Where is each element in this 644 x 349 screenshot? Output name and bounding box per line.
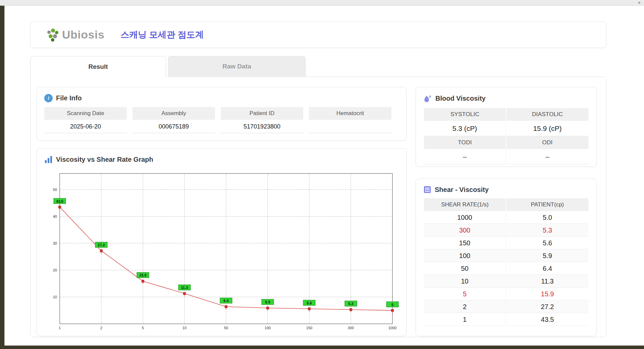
blood-viscosity-value-row: – – xyxy=(424,149,588,164)
svg-text:11.3: 11.3 xyxy=(181,286,188,290)
shear-table-row: 100 5.9 xyxy=(424,249,588,262)
field-label: Patient ID xyxy=(221,107,303,120)
svg-text:50: 50 xyxy=(53,188,57,192)
graph-title: Viscosity vs Shear Rate Graph xyxy=(56,156,153,163)
blood-viscosity-table: SYSTOLIC DIASTOLIC 5.3 (cP) 15.9 (cP) TO… xyxy=(424,108,588,164)
file-info-fields: Scanning Date 2025-06-20 Assembly 000675… xyxy=(37,102,406,133)
field-value: 2025-06-20 xyxy=(44,120,127,133)
shear-table-row: 50 6.4 xyxy=(424,262,588,275)
file-info-field-patient-id: Patient ID 51701923800 xyxy=(221,107,303,133)
svg-text:5: 5 xyxy=(142,326,144,330)
tab-result[interactable]: Result xyxy=(30,56,166,77)
shear-table-row: 1000 5.0 xyxy=(424,211,588,224)
patient-viscosity-cell: 6.4 xyxy=(506,262,588,275)
svg-text:2: 2 xyxy=(100,326,102,330)
svg-text:15.9: 15.9 xyxy=(139,273,146,277)
header-card: Ubiosis 스캐닝 모세관 점도계 xyxy=(30,21,606,48)
patient-viscosity-cell: 43.5 xyxy=(506,313,588,326)
shear-table-row: 5 15.9 xyxy=(424,288,588,300)
shear-rate-cell: 100 xyxy=(424,249,506,262)
shear-rate-cell: 150 xyxy=(424,237,506,249)
bv-value-cell: 5.3 (cP) xyxy=(424,121,506,136)
field-label: Scanning Date xyxy=(44,107,127,120)
svg-text:5.6: 5.6 xyxy=(307,301,312,305)
shear-rate-column-header: SHEAR RATE(1/s) xyxy=(424,198,506,211)
shear-viscosity-table: SHEAR RATE(1/s) PATIENT(cp) 1000 5.0 300… xyxy=(424,198,588,326)
shear-table-row: 150 5.6 xyxy=(424,237,588,249)
svg-text:150: 150 xyxy=(306,326,312,330)
bv-value-cell: – xyxy=(506,149,588,164)
droplet-icon xyxy=(423,94,432,103)
shear-table-row: 300 5.3 xyxy=(424,224,588,237)
patient-viscosity-cell: 5.9 xyxy=(506,249,588,262)
viscosity-shear-chart-svg: 10203040501251050100150300100043.527.215… xyxy=(43,168,404,334)
shear-rate-cell: 5 xyxy=(424,288,506,300)
file-info-field-assembly: Assembly 000675189 xyxy=(132,107,215,133)
desktop: { "titlebar": { "close": "×" }, "header"… xyxy=(0,0,644,349)
bv-header-cell: DIASTOLIC xyxy=(506,108,588,121)
svg-text:27.2: 27.2 xyxy=(98,243,105,247)
svg-text:30: 30 xyxy=(53,241,57,245)
patient-viscosity-cell: 5.0 xyxy=(506,211,588,224)
patient-viscosity-cell: 27.2 xyxy=(506,300,588,313)
svg-text:100: 100 xyxy=(265,326,271,330)
blood-viscosity-header-row: SYSTOLIC DIASTOLIC xyxy=(424,108,588,121)
graph-card: Viscosity vs Shear Rate Graph 1020304050… xyxy=(37,148,407,336)
shear-rate-cell: 10 xyxy=(424,275,506,288)
bv-value-cell: – xyxy=(424,149,506,164)
logo-leaf-icon xyxy=(45,28,60,42)
svg-text:5.3: 5.3 xyxy=(348,302,353,306)
file-info-field-scanning-date: Scanning Date 2025-06-20 xyxy=(44,107,127,133)
shear-table-row: 10 11.3 xyxy=(424,275,588,288)
svg-text:43.5: 43.5 xyxy=(56,199,63,203)
svg-text:300: 300 xyxy=(348,326,354,330)
shear-table-row: 2 27.2 xyxy=(424,300,588,313)
patient-viscosity-cell: 11.3 xyxy=(506,275,588,288)
viscosity-chart: 10203040501251050100150300100043.527.215… xyxy=(43,168,404,336)
blood-viscosity-title: Blood Viscosity xyxy=(435,95,486,102)
field-value xyxy=(309,120,391,133)
bv-header-cell: SYSTOLIC xyxy=(424,108,506,121)
svg-text:10: 10 xyxy=(182,326,186,330)
blood-viscosity-card: Blood Viscosity SYSTOLIC DIASTOLIC 5.3 (… xyxy=(416,87,597,167)
bar-chart-icon xyxy=(44,155,53,164)
table-grid-icon xyxy=(423,186,431,194)
blood-viscosity-value-row: 5.3 (cP) 15.9 (cP) xyxy=(424,121,588,136)
bv-header-cell: ODI xyxy=(506,136,588,149)
svg-text:40: 40 xyxy=(53,214,57,218)
field-label: Assembly xyxy=(132,107,215,120)
patient-viscosity-cell: 5.6 xyxy=(506,237,588,249)
shear-table-row: 1 43.5 xyxy=(424,313,588,326)
file-info-card: i File Info Scanning Date 2025-06-20 Ass… xyxy=(37,87,407,141)
tab-raw-data[interactable]: Raw Data xyxy=(168,56,306,77)
bv-header-cell: TODI xyxy=(424,136,506,149)
field-value: 000675189 xyxy=(132,120,215,133)
shear-rate-cell: 2 xyxy=(424,300,506,313)
patient-viscosity-cell: 15.9 xyxy=(506,288,588,300)
file-info-title: File Info xyxy=(56,94,82,102)
patient-column-header: PATIENT(cp) xyxy=(506,198,588,211)
info-icon: i xyxy=(44,94,53,102)
svg-text:20: 20 xyxy=(53,268,57,272)
svg-text:50: 50 xyxy=(224,326,228,330)
svg-text:6.4: 6.4 xyxy=(223,299,229,303)
svg-text:10: 10 xyxy=(53,295,57,299)
field-value: 51701923800 xyxy=(221,120,303,133)
svg-text:1: 1 xyxy=(59,326,61,330)
svg-text:5.9: 5.9 xyxy=(265,300,270,304)
shear-rate-cell: 50 xyxy=(424,262,506,275)
shear-table-header-row: SHEAR RATE(1/s) PATIENT(cp) xyxy=(424,198,588,211)
field-label: Hematocrit xyxy=(309,107,391,120)
titlebar: × xyxy=(0,0,644,6)
close-icon[interactable]: × xyxy=(638,0,641,5)
patient-viscosity-cell: 5.3 xyxy=(506,224,588,237)
blood-viscosity-header-row: TODI ODI xyxy=(424,136,588,149)
logo-text: Ubiosis xyxy=(62,28,104,41)
bv-value-cell: 15.9 (cP) xyxy=(506,121,588,136)
ubiosis-logo: Ubiosis xyxy=(45,28,104,42)
app-title: 스캐닝 모세관 점도계 xyxy=(120,29,204,41)
svg-text:5: 5 xyxy=(391,303,393,307)
shear-rate-cell: 300 xyxy=(424,224,506,237)
shear-viscosity-title: Shear - Viscosity xyxy=(435,186,489,194)
shear-rate-cell: 1000 xyxy=(424,211,506,224)
